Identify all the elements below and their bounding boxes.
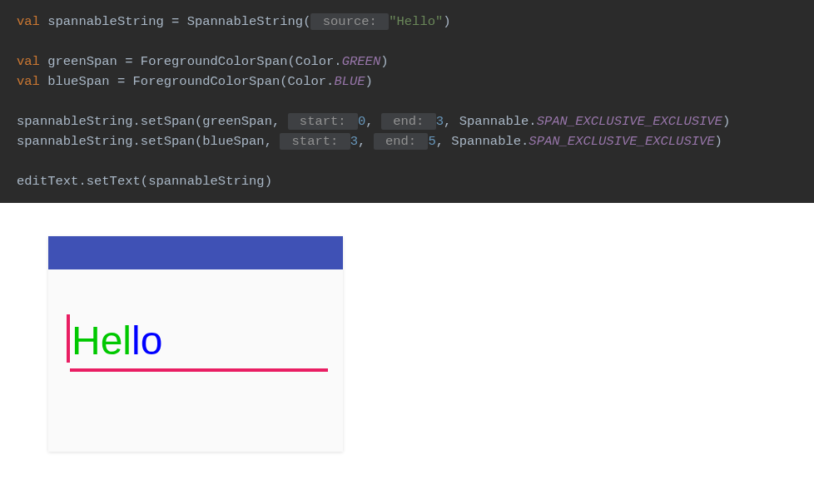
code-text: ,: [358, 134, 374, 149]
code-line-3[interactable]: val greenSpan = ForegroundColorSpan(Colo…: [17, 52, 797, 72]
code-text: spannableString = SpannableString(: [40, 14, 311, 29]
constant-blue: BLUE: [334, 74, 365, 89]
param-hint-source: source:: [310, 13, 389, 30]
param-hint-start: start:: [288, 113, 358, 130]
param-hint-start: start:: [280, 133, 350, 150]
number-literal: 3: [436, 114, 444, 129]
code-line-7[interactable]: spannableString.setSpan(blueSpan, start:…: [17, 131, 797, 151]
code-text: blueSpan = ForegroundColorSpan(Color.: [40, 74, 334, 89]
phone-preview: Hello: [48, 236, 343, 452]
number-literal: 0: [358, 114, 365, 129]
code-line-1[interactable]: val spannableString = SpannableString( s…: [17, 12, 797, 32]
code-line-9[interactable]: editText.setText(spannableString): [17, 171, 797, 191]
number-literal: 3: [350, 134, 358, 149]
code-text: greenSpan = ForegroundColorSpan(Color.: [40, 54, 342, 69]
constant-green: GREEN: [342, 54, 381, 69]
text-span-blue: lo: [132, 319, 162, 363]
code-text: ,: [365, 114, 381, 129]
code-text: ): [715, 134, 722, 149]
keyword-val: val: [17, 74, 40, 89]
edittext-underline: [70, 368, 328, 372]
code-text: , Spannable.: [436, 134, 529, 149]
code-line-6[interactable]: spannableString.setSpan(greenSpan, start…: [17, 111, 797, 131]
code-text: spannableString.setSpan(greenSpan,: [17, 114, 288, 129]
number-literal: 5: [428, 134, 435, 149]
code-line-blank: [17, 32, 797, 52]
code-text: ): [380, 54, 388, 69]
code-line-4[interactable]: val blueSpan = ForegroundColorSpan(Color…: [17, 72, 797, 91]
text-cursor: [67, 314, 70, 363]
code-text: ): [443, 14, 450, 29]
text-span-green: Hel: [72, 319, 132, 363]
code-line-blank: [17, 151, 797, 171]
param-hint-end: end:: [374, 133, 429, 150]
constant-span: SPAN_EXCLUSIVE_EXCLUSIVE: [537, 114, 722, 129]
param-hint-end: end:: [381, 113, 436, 130]
keyword-val: val: [17, 14, 40, 29]
code-text: ): [722, 114, 730, 129]
keyword-val: val: [17, 54, 40, 69]
code-text: ): [365, 74, 373, 89]
string-literal: "Hello": [389, 14, 443, 29]
code-text: , Spannable.: [444, 114, 537, 129]
code-editor[interactable]: val spannableString = SpannableString( s…: [0, 0, 814, 203]
code-text: spannableString.setSpan(blueSpan,: [17, 134, 280, 149]
preview-area: Hello: [0, 203, 814, 452]
edittext-container: Hello: [48, 269, 343, 368]
code-line-blank: [17, 91, 797, 111]
constant-span: SPAN_EXCLUSIVE_EXCLUSIVE: [529, 134, 714, 149]
code-text: editText.setText(spannableString): [17, 174, 272, 189]
app-toolbar: [48, 236, 343, 269]
edit-text-field[interactable]: Hello: [67, 319, 325, 368]
